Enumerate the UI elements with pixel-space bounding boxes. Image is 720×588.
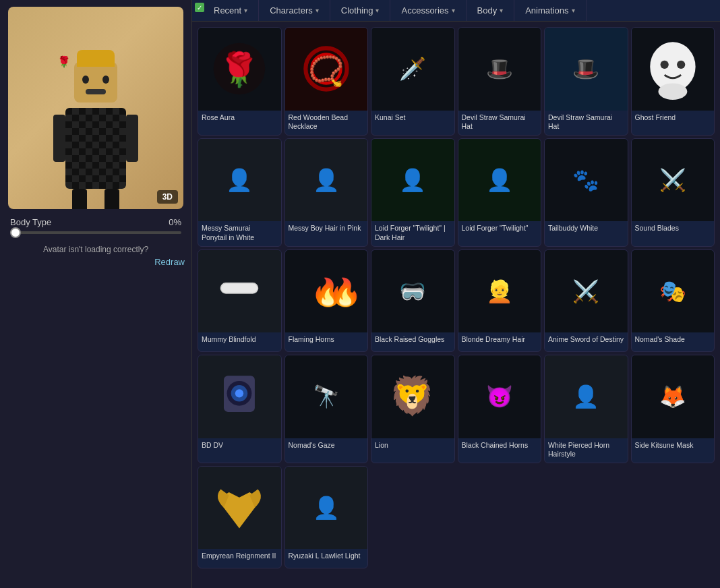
recent-checkbox: ✓ (195, 3, 204, 12)
chevron-down-icon: ▾ (500, 7, 503, 14)
body-type-pct: 0% (169, 217, 181, 227)
list-item[interactable]: 😈Black Chained Horns (458, 355, 542, 463)
three-d-badge: 3D (157, 190, 178, 204)
items-grid-area: 🌹Rose Aura📿Red Wooden Bead Necklace🗡️Kun… (192, 22, 720, 588)
avatar-error-msg: Avatar isn't loading correctly? (43, 245, 148, 254)
list-item[interactable]: 🎩Devil Straw Samurai Hat (458, 27, 542, 136)
tab-body-label: Body (477, 5, 498, 16)
list-item[interactable]: 🐾Tailbuddy White (544, 138, 628, 247)
item-name: Kunai Set (371, 111, 454, 129)
svg-rect-9 (221, 283, 258, 293)
list-item[interactable]: 🔥🔥Flaming Horns (284, 249, 369, 353)
tab-accessories-label: Accessories (401, 5, 448, 16)
list-item[interactable]: 🎭Nomad's Shade (631, 249, 715, 353)
left-panel: 🌹 3D Body Type 0% Avatar isn't loading c… (0, 0, 192, 588)
list-item[interactable]: Ghost Friend (631, 27, 715, 136)
tab-clothing[interactable]: Clothing ▾ (330, 0, 391, 21)
item-name: Red Wooden Bead Necklace (285, 111, 368, 135)
svg-point-15 (235, 390, 243, 398)
list-item[interactable]: 🌹Rose Aura (198, 27, 282, 136)
list-item[interactable]: 👤White Pierced Horn Hairstyle (544, 355, 628, 463)
body-type-section: Body Type 0% (7, 217, 185, 234)
tab-body[interactable]: Body ▾ (467, 0, 515, 21)
list-item[interactable]: BD DV (198, 355, 282, 463)
tab-animations[interactable]: Animations ▾ (514, 0, 586, 21)
body-type-slider[interactable] (10, 231, 181, 234)
item-name: Sound Blades (632, 221, 715, 240)
list-item[interactable]: 🗡️Kunai Set (371, 27, 455, 136)
svg-text:🦁: 🦁 (390, 374, 436, 419)
slider-thumb[interactable] (10, 227, 21, 238)
item-name: Loid Forger "Twilight" (458, 221, 541, 240)
item-name: Flaming Horns (285, 332, 368, 351)
list-item[interactable]: 📿Red Wooden Bead Necklace (284, 27, 369, 136)
list-item[interactable]: Empyrean Reignment II (198, 466, 282, 569)
item-name: Loid Forger "Twilight" | Dark Hair (371, 221, 454, 245)
nav-tabs: ✓ Recent ▾ Characters ▾ Clothing ▾ Acces… (192, 0, 720, 22)
item-name: Messy Boy Hair in Pink (285, 221, 368, 240)
tab-recent-label: Recent (214, 5, 241, 16)
chevron-down-icon: ▾ (316, 7, 319, 14)
svg-text:🔥: 🔥 (328, 276, 357, 308)
list-item[interactable]: Mummy Blindfold (198, 249, 282, 353)
item-name: Anime Sword of Destiny (545, 332, 628, 351)
items-grid: 🌹Rose Aura📿Red Wooden Bead Necklace🗡️Kun… (198, 27, 715, 568)
item-name: Black Chained Horns (458, 438, 541, 457)
svg-text:📿: 📿 (308, 55, 344, 89)
list-item[interactable]: 👤Messy Samurai Ponytail in White (198, 138, 282, 247)
list-item[interactable]: 🔭Nomad's Gaze (284, 355, 369, 463)
item-name: Devil Straw Samurai Hat (545, 111, 628, 135)
tab-clothing-label: Clothing (341, 5, 373, 16)
item-name: BD DV (198, 438, 281, 457)
item-name: Side Kitsune Mask (632, 438, 715, 457)
svg-point-7 (660, 61, 668, 69)
list-item[interactable]: ⚔️Sound Blades (631, 138, 715, 247)
list-item[interactable]: 👤Loid Forger "Twilight" (458, 138, 542, 247)
chevron-down-icon: ▾ (244, 7, 247, 14)
tab-characters[interactable]: Characters ▾ (259, 0, 330, 21)
list-item[interactable]: 👱Blonde Dreamy Hair (458, 249, 542, 353)
svg-point-8 (677, 61, 685, 69)
chevron-down-icon: ▾ (376, 7, 379, 14)
tab-characters-label: Characters (270, 5, 313, 16)
item-name: Mummy Blindfold (198, 332, 281, 351)
item-name: Ryuzaki L Lawliet Light (285, 549, 368, 568)
svg-text:🌹: 🌹 (219, 51, 261, 90)
list-item[interactable]: 🦁Lion (371, 355, 455, 463)
tab-recent[interactable]: ✓ Recent ▾ (192, 0, 259, 21)
tab-animations-label: Animations (525, 5, 568, 16)
item-name: Messy Samurai Ponytail in White (198, 221, 281, 245)
item-name: Rose Aura (198, 111, 281, 129)
list-item[interactable]: 👤Loid Forger "Twilight" | Dark Hair (371, 138, 455, 247)
list-item[interactable]: 🥽Black Raised Goggles (371, 249, 455, 353)
chevron-down-icon: ▾ (452, 7, 455, 14)
item-name: White Pierced Horn Hairstyle (545, 438, 628, 463)
list-item[interactable]: 🎩Devil Straw Samurai Hat (544, 27, 628, 136)
item-name: Black Raised Goggles (371, 332, 454, 351)
item-name: Tailbuddy White (545, 221, 628, 240)
tab-accessories[interactable]: Accessories ▾ (390, 0, 466, 21)
list-item[interactable]: ⚔️Anime Sword of Destiny (544, 249, 628, 353)
item-name: Empyrean Reignment II (198, 549, 281, 568)
right-panel: ✓ Recent ▾ Characters ▾ Clothing ▾ Acces… (192, 0, 720, 588)
list-item[interactable]: 🦊Side Kitsune Mask (631, 355, 715, 463)
svg-point-6 (658, 84, 687, 100)
redraw-button[interactable]: Redraw (7, 257, 185, 267)
item-name: Blonde Dreamy Hair (458, 332, 541, 351)
item-name: Nomad's Shade (632, 332, 715, 351)
item-name: Lion (371, 438, 454, 457)
item-name: Nomad's Gaze (285, 438, 368, 457)
list-item[interactable]: 👤Messy Boy Hair in Pink (284, 138, 369, 247)
item-name: Ghost Friend (632, 111, 715, 129)
body-type-label: Body Type (10, 217, 51, 227)
list-item[interactable]: 👤Ryuzaki L Lawliet Light (284, 466, 369, 569)
item-name: Devil Straw Samurai Hat (458, 111, 541, 135)
avatar-viewport: 🌹 3D (8, 7, 183, 209)
chevron-down-icon: ▾ (572, 7, 575, 14)
